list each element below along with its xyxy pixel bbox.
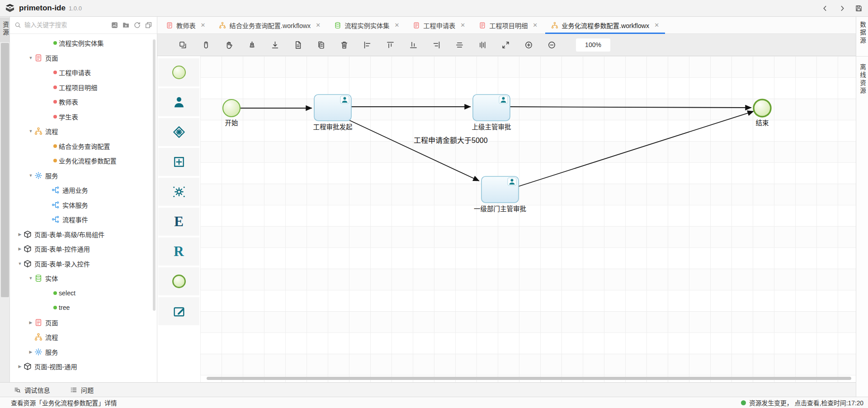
forward-icon[interactable] — [838, 5, 846, 12]
tree-item[interactable]: 教师表 — [10, 95, 157, 109]
tree-item[interactable]: ▶服务 — [10, 345, 157, 359]
flow-edge-supervisor-end[interactable] — [510, 107, 751, 108]
distribute-horizontal-button[interactable] — [455, 41, 464, 49]
resources-panel-tab[interactable]: 资源 — [0, 18, 10, 42]
chevron-down-icon[interactable]: ▼ — [27, 276, 34, 280]
editor-tab[interactable]: 教师表✕ — [159, 17, 212, 33]
editor-tab[interactable]: 工程申请表✕ — [406, 17, 472, 33]
offline-resources-panel-tab[interactable]: 离线资源 — [856, 64, 868, 97]
tree-item[interactable]: ▼页面-表单-录入控件 — [10, 256, 157, 271]
tree-item[interactable]: ▶页面-表单-高级/布局组件 — [10, 227, 157, 242]
tree-item[interactable]: 工程申请表 — [10, 65, 157, 80]
bpmn-task-initiate[interactable]: 工程审批发起 — [313, 95, 353, 131]
tree-item[interactable]: 实体服务 — [10, 198, 157, 212]
distribute-vertical-button[interactable] — [478, 41, 487, 49]
delete-button[interactable] — [340, 41, 349, 49]
workflow-canvas[interactable]: 工程申请金额大于5000开始工程审批发起上级主管审批一级部门主管审批结束 — [200, 56, 856, 382]
chevron-right-icon[interactable]: ▶ — [16, 364, 24, 369]
chevron-down-icon[interactable]: ▼ — [27, 56, 34, 60]
bottom-tab[interactable]: 调试信息 — [14, 385, 50, 394]
tree-item[interactable]: select — [10, 286, 157, 300]
tree-item[interactable]: ▼实体 — [10, 271, 157, 285]
offline-resources-tab-label: 离线资源 — [858, 64, 867, 95]
bpmn-start-event[interactable]: 开始 — [223, 100, 240, 127]
close-icon[interactable]: ✕ — [201, 22, 206, 28]
chevron-down-icon[interactable]: ▼ — [27, 173, 34, 178]
flow-edge-dept-manager-end[interactable] — [519, 111, 754, 186]
align-left-button[interactable] — [363, 41, 372, 49]
download-button[interactable] — [271, 41, 279, 49]
tree-item[interactable]: ▶页面-视图-通用 — [10, 359, 157, 374]
save-icon[interactable] — [855, 5, 863, 12]
zoom-in-button[interactable] — [524, 41, 533, 49]
canvas-horizontal-scrollbar[interactable] — [207, 377, 851, 380]
close-icon[interactable]: ✕ — [533, 22, 538, 28]
tree-item[interactable]: 流程 — [10, 330, 157, 344]
palette-item-user-task[interactable] — [158, 88, 199, 116]
palette-item-gateway[interactable] — [158, 118, 199, 146]
align-bottom-button[interactable] — [409, 41, 418, 49]
tree-item[interactable]: 流程实例实体集 — [10, 36, 157, 50]
chevron-down-icon[interactable]: ▼ — [27, 129, 34, 133]
bpmn-end-event[interactable]: 结束 — [754, 100, 771, 127]
fit-screen-button[interactable] — [501, 41, 510, 49]
close-icon[interactable]: ✕ — [316, 22, 321, 28]
bpmn-task-dept-manager[interactable]: 一级部门主管审批 — [474, 176, 526, 213]
tree-item[interactable]: ▼流程 — [10, 124, 157, 138]
tree-item[interactable]: 业务化流程参数配置 — [10, 153, 157, 168]
chevron-right-icon[interactable]: ▶ — [16, 247, 24, 251]
palette-item-edit-task[interactable] — [158, 297, 199, 325]
zoom-out-button[interactable] — [547, 41, 556, 49]
pointer-button[interactable] — [202, 41, 210, 49]
editor-tab[interactable]: 流程实例实体集✕ — [327, 17, 406, 33]
clone-button[interactable] — [179, 41, 187, 49]
back-icon[interactable] — [821, 5, 829, 12]
palette-item-letter-r-tool[interactable]: R — [158, 237, 199, 266]
export-image-button[interactable] — [111, 21, 118, 29]
search-input[interactable] — [24, 22, 111, 28]
tree-item[interactable]: ▼页面 — [10, 51, 157, 65]
file-button[interactable] — [294, 41, 302, 49]
collapse-all-button[interactable] — [145, 21, 152, 29]
tree-item[interactable]: ▼服务 — [10, 168, 157, 183]
tree-item[interactable]: ▶页面-表单-控件通用 — [10, 242, 157, 256]
tree-item[interactable]: 工程项目明细 — [10, 80, 157, 95]
palette-item-start-event[interactable] — [158, 58, 199, 86]
tree-item[interactable]: 结合业务查询配置 — [10, 139, 157, 153]
close-icon[interactable]: ✕ — [394, 22, 399, 28]
file-copy-button[interactable] — [317, 41, 326, 49]
datasource-panel-tab[interactable]: 数据源 — [856, 21, 868, 47]
tree-item[interactable]: tree — [10, 300, 157, 315]
chevron-down-icon[interactable]: ▼ — [16, 261, 24, 266]
editor-tab[interactable]: 业务化流程参数配置.workflowx✕ — [544, 17, 666, 33]
panel-scrollbar[interactable] — [1, 43, 9, 297]
chevron-right-icon[interactable]: ▶ — [16, 232, 24, 237]
tree-item[interactable]: 通用业务 — [10, 183, 157, 197]
editor-tab[interactable]: 结合业务查询配置.workflowx✕ — [212, 17, 327, 33]
hand-button[interactable] — [225, 41, 233, 49]
bottom-tab[interactable]: 问题 — [70, 385, 94, 394]
close-icon[interactable]: ✕ — [654, 22, 659, 28]
zoom-level-input[interactable]: 100% — [576, 38, 610, 52]
close-icon[interactable]: ✕ — [460, 22, 465, 28]
align-top-button[interactable] — [386, 41, 395, 49]
bpmn-task-supervisor[interactable]: 上级主管审批 — [472, 95, 511, 131]
flow-edge-initiate-dept-manager[interactable] — [349, 120, 479, 181]
palette-item-service-task[interactable] — [158, 178, 199, 206]
editor-tab[interactable]: 工程项目明细✕ — [472, 17, 544, 33]
new-folder-button[interactable] — [122, 21, 130, 29]
refresh-button[interactable] — [133, 21, 141, 29]
align-right-button[interactable] — [432, 41, 441, 49]
tree-item[interactable]: ▶页面 — [10, 315, 157, 330]
flow-icon — [34, 333, 42, 341]
tree-scrollbar[interactable] — [153, 39, 156, 311]
resource-change-notice[interactable]: 资源发生变更， 点击查看,检查时间:17:20 — [741, 398, 863, 407]
tree-item[interactable]: 学生表 — [10, 109, 157, 124]
chevron-right-icon[interactable]: ▶ — [27, 320, 34, 325]
brush-button[interactable] — [248, 41, 256, 49]
chevron-right-icon[interactable]: ▶ — [27, 350, 34, 354]
palette-item-letter-e-tool[interactable]: E — [158, 208, 199, 236]
tree-item[interactable]: 流程事件 — [10, 212, 157, 227]
palette-item-subprocess[interactable] — [158, 148, 199, 176]
palette-item-end-event[interactable] — [158, 267, 199, 295]
